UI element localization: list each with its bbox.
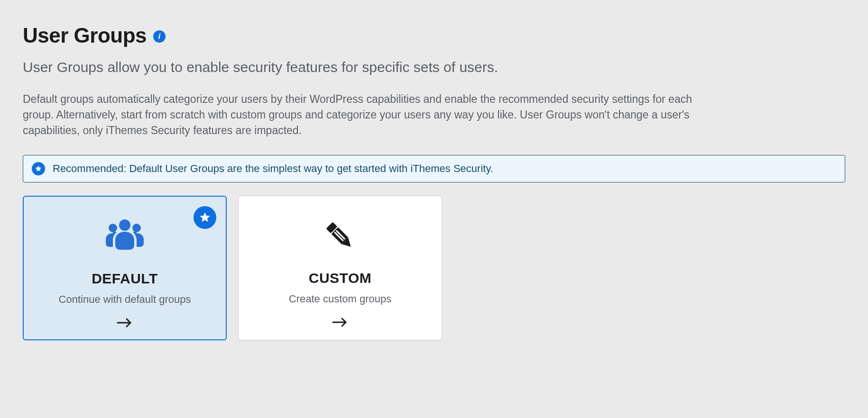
- info-icon[interactable]: i: [153, 30, 166, 43]
- pencil-icon: [321, 214, 359, 258]
- default-option-card[interactable]: DEFAULT Continue with default groups: [23, 196, 227, 340]
- option-cards: DEFAULT Continue with default groups: [23, 196, 845, 340]
- recommended-star-icon: [194, 206, 216, 229]
- recommendation-notice: Recommended: Default User Groups are the…: [23, 155, 845, 182]
- page-title: User Groups: [23, 24, 147, 47]
- svg-point-2: [132, 224, 141, 232]
- arrow-right-icon: [332, 316, 349, 331]
- star-icon: [32, 162, 45, 175]
- default-card-title: DEFAULT: [92, 271, 158, 287]
- recommendation-text: Recommended: Default User Groups are the…: [53, 163, 493, 175]
- custom-option-card[interactable]: CUSTOM Create custom groups: [238, 196, 442, 340]
- page-description: Default groups automatically categorize …: [23, 91, 715, 139]
- users-group-icon: [104, 215, 145, 258]
- svg-point-0: [119, 219, 130, 231]
- custom-card-title: CUSTOM: [309, 270, 371, 286]
- header-row: User Groups i: [23, 24, 845, 47]
- default-card-subtitle: Continue with default groups: [59, 293, 191, 306]
- page-subtitle: User Groups allow you to enable security…: [23, 58, 845, 77]
- custom-card-subtitle: Create custom groups: [289, 293, 391, 305]
- svg-point-1: [109, 224, 117, 232]
- arrow-right-icon: [116, 316, 133, 331]
